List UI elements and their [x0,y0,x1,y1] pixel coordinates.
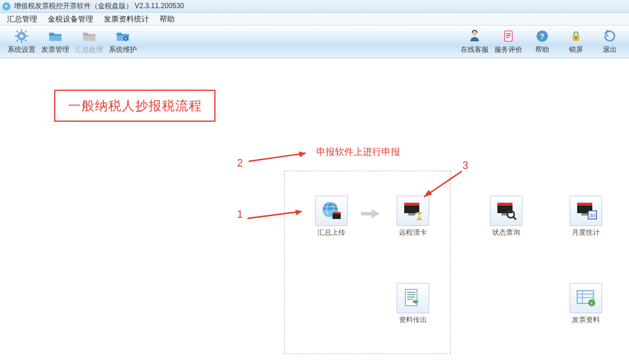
invoice-sheet-icon: i [570,283,602,313]
window-title: 增值税发票税控开票软件（金税盘版） V2.3.11.200530 [14,1,184,11]
globe-upload-icon [315,196,348,226]
toolbar-summary-process: 汇总处理 [72,29,106,55]
help-icon: ? [533,29,551,44]
svg-line-39 [513,217,516,220]
svg-point-1 [20,34,24,38]
annotation-step2: 2 [237,157,243,169]
svg-rect-6 [16,30,19,33]
svg-rect-36 [497,203,513,206]
svg-rect-51 [361,212,372,215]
document-export-icon [397,283,429,313]
svg-point-20 [575,37,577,39]
svg-marker-56 [299,151,306,157]
tile-remote-clear[interactable]: 远程清卡 [395,196,431,238]
toolbar-help[interactable]: ? 帮助 [525,29,559,55]
tile-label: 远程清卡 [399,228,427,238]
toolbar: 系统设置 发票管理 汇总处理 系统维护 在线客服 [0,26,629,58]
toolbar-label: 锁屏 [569,45,583,55]
tile-upload[interactable]: 汇总上传 [313,196,349,238]
app-icon: ✦ [2,2,10,10]
svg-rect-42 [581,213,588,215]
svg-rect-7 [24,40,27,42]
red-arrow-3 [418,169,465,201]
svg-rect-8 [24,30,27,33]
tile-label: 汇总上传 [317,228,345,238]
toolbar-label: 系统维护 [109,45,137,55]
clipboard-icon [500,29,517,44]
exit-icon [601,29,619,44]
annotation-note: 申报软件上进行申报 [316,146,400,158]
red-arrow-2 [248,147,314,165]
svg-rect-30 [407,294,415,295]
title-bar: ✦ 增值税发票税控开票软件（金税盘版） V2.3.11.200530 [0,0,629,13]
svg-rect-24 [333,212,341,214]
toolbar-exit[interactable]: 退出 [593,29,627,55]
svg-rect-32 [407,299,413,300]
svg-rect-9 [16,40,19,42]
toolbar-system-settings[interactable]: 系统设置 [5,29,38,55]
svg-point-11 [125,37,126,39]
tile-label: 状态查询 [492,228,520,238]
svg-rect-27 [408,213,415,215]
menu-bar: 汇总管理 金税设备管理 发票资料统计 帮助 [0,13,629,26]
svg-rect-31 [407,296,415,298]
tile-label: 发票资料 [572,315,600,325]
lock-icon [567,29,585,44]
svg-marker-54 [295,210,302,215]
svg-text:30: 30 [589,213,595,218]
menu-item[interactable]: 金税设备管理 [48,14,93,24]
folder-disabled-icon [80,29,98,44]
svg-line-55 [249,153,306,161]
svg-rect-5 [26,36,28,37]
svg-rect-14 [506,33,511,34]
toolbar-service-rating[interactable]: 服务评价 [492,29,525,55]
svg-text:?: ? [540,32,545,41]
folder-gear-icon [114,29,132,44]
svg-rect-16 [506,37,510,38]
toolbar-system-maint[interactable]: 系统维护 [106,29,140,55]
toolbar-online-support[interactable]: 在线客服 [458,29,492,55]
toolbar-label: 帮助 [535,45,549,55]
toolbar-label: 发票管理 [41,45,69,55]
menu-item[interactable]: 汇总管理 [7,14,37,24]
support-icon [466,29,483,44]
toolbar-label: 退出 [603,45,617,55]
tile-export[interactable]: 资料传出 [395,283,431,325]
svg-rect-15 [506,35,511,36]
svg-rect-26 [404,203,419,206]
tile-monthly-stats[interactable]: 30 月度统计 [568,196,604,238]
annotation-step1: 1 [237,208,243,221]
toolbar-lock[interactable]: 锁屏 [559,29,593,55]
svg-rect-41 [577,203,592,206]
monitor-calendar-icon: 30 [570,196,602,226]
svg-marker-52 [372,209,380,218]
svg-rect-4 [15,36,17,37]
tile-invoice-data[interactable]: i 发票资料 [568,283,604,325]
svg-rect-2 [21,30,22,32]
svg-rect-3 [21,40,22,43]
toolbar-invoice-mgmt[interactable]: 发票管理 [38,29,72,55]
menu-item[interactable]: 帮助 [160,14,175,24]
process-title-text: 一般纳税人抄报税流程 [68,97,202,115]
svg-rect-34 [413,301,416,303]
toolbar-label: 在线客服 [461,45,489,55]
flow-arrow-icon [360,207,381,223]
tile-label: 资料传出 [399,315,427,325]
toolbar-label: 服务评价 [494,45,522,55]
tile-label: 月度统计 [572,228,600,238]
tile-status-query[interactable]: 状态查询 [488,196,524,238]
menu-item[interactable]: 发票资料统计 [104,14,149,24]
gear-icon [13,29,30,44]
content-area: 一般纳税人抄报税流程 汇总上传 远程清卡 资料传出 状态查询 30 月度统计 [0,58,629,364]
svg-rect-29 [407,292,415,293]
toolbar-label: 汇总处理 [75,45,103,55]
svg-line-53 [248,211,302,218]
toolbar-label: 系统设置 [8,45,36,55]
red-arrow-1 [246,207,310,224]
folder-icon [47,29,64,44]
svg-text:i: i [591,301,592,306]
monitor-search-icon [490,196,522,226]
svg-marker-58 [424,190,432,197]
process-title-box: 一般纳税人抄报税流程 [54,90,215,122]
